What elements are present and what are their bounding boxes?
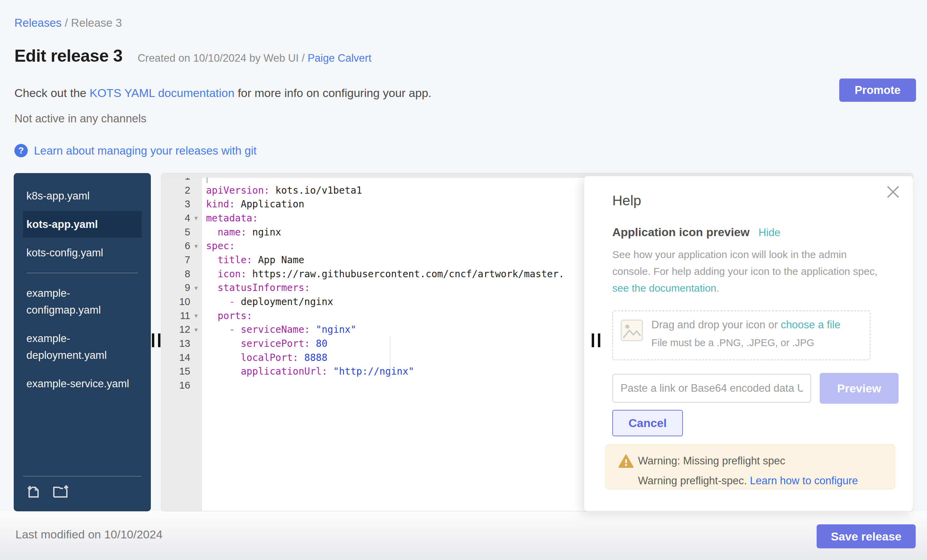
line-number: 15: [161, 366, 190, 377]
fold-arrow-icon[interactable]: ▾: [190, 311, 202, 320]
icon-dropzone[interactable]: Drag and drop your icon or choose a file…: [612, 311, 871, 360]
add-file-button[interactable]: [26, 483, 42, 499]
image-placeholder-icon: [620, 319, 643, 343]
warning-title: Warning: Missing preflight spec: [638, 455, 786, 467]
configure-link[interactable]: Learn how to configure: [750, 475, 858, 487]
file-item-example-configmap.yaml[interactable]: example-configmap.yaml: [23, 280, 141, 323]
line-number: 4: [161, 212, 190, 224]
line-number: 8: [161, 269, 190, 280]
see-docs-link[interactable]: see the documentation: [612, 282, 716, 294]
editor-cursor: [207, 178, 207, 183]
fold-arrow-icon[interactable]: ▾: [190, 214, 202, 222]
icon-preview-section-title: Application icon preview: [612, 226, 750, 239]
page-title: Edit release 3: [14, 46, 122, 66]
breadcrumb: Releases / Release 3: [14, 17, 122, 29]
resize-handle-left[interactable]: [152, 334, 160, 347]
line-number: 9: [161, 282, 190, 293]
footer-bar: Last modified on 10/10/2024 Save release: [0, 511, 927, 560]
warning-icon: [618, 454, 634, 470]
last-modified: Last modified on 10/10/2024: [15, 528, 163, 541]
question-circle-icon: ?: [14, 144, 28, 157]
file-type-hint: File must be a .PNG, .JPEG, or .JPG: [651, 337, 814, 349]
breadcrumb-separator: /: [62, 17, 71, 29]
file-item-example-deployment.yaml[interactable]: example-deployment.yaml: [23, 325, 141, 369]
line-number: 2: [161, 185, 190, 196]
warning-text: Warning preflight-spec. Learn how to con…: [638, 475, 858, 487]
git-help-link[interactable]: Learn about managing your releases with …: [34, 144, 257, 157]
created-by-link[interactable]: Paige Calvert: [307, 52, 371, 64]
line-number: 6: [161, 240, 190, 252]
line-number: 5: [161, 226, 190, 238]
line-number: 12: [161, 324, 190, 335]
file-sidebar: k8s-app.yamlkots-app.yamlkots-config.yam…: [14, 173, 151, 511]
kots-docs-link[interactable]: KOTS YAML documentation: [90, 87, 234, 99]
docs-info: Check out the KOTS YAML documentation fo…: [14, 87, 432, 100]
indent-guide: [390, 337, 391, 379]
line-number: 10: [161, 296, 190, 307]
breadcrumb-current: Release 3: [71, 17, 122, 29]
line-number: 3: [161, 199, 190, 210]
breadcrumb-link-releases[interactable]: Releases: [14, 17, 62, 29]
icon-url-input[interactable]: [612, 374, 811, 403]
help-panel: Help Application icon preview Hide See h…: [584, 176, 913, 511]
preview-button[interactable]: Preview: [820, 373, 898, 404]
line-number: 13: [161, 338, 190, 349]
sidebar-divider: [26, 273, 138, 273]
resize-handle-right[interactable]: [592, 334, 600, 347]
fold-arrow-icon[interactable]: ▾: [190, 284, 202, 292]
hide-link[interactable]: Hide: [759, 226, 781, 239]
line-number: 16: [161, 380, 190, 391]
file-item-k8s-app.yaml[interactable]: k8s-app.yaml: [23, 183, 141, 209]
edit-release-page: Releases / Release 3 Edit release 3 Crea…: [0, 0, 927, 560]
created-info: Created on 10/10/2024 by Web UI / Paige …: [137, 52, 371, 64]
line-number: 14: [161, 352, 190, 363]
line-number: 11: [161, 310, 190, 322]
help-title: Help: [612, 193, 641, 209]
add-file-icon: [26, 483, 42, 499]
add-folder-button[interactable]: [52, 483, 68, 499]
promote-button[interactable]: Promote: [839, 79, 916, 102]
fold-arrow-icon[interactable]: ▾: [190, 326, 202, 334]
choose-file-link[interactable]: choose a file: [781, 319, 840, 331]
help-description: See how your application icon will look …: [612, 246, 878, 296]
save-release-button[interactable]: Save release: [817, 524, 916, 548]
channel-status: Not active in any channels: [14, 112, 146, 125]
sidebar-actions: [23, 476, 141, 504]
file-list: k8s-app.yamlkots-app.yamlkots-config.yam…: [23, 183, 141, 397]
file-item-kots-config.yaml[interactable]: kots-config.yaml: [23, 240, 141, 266]
file-item-example-service.yaml[interactable]: example-service.yaml: [23, 370, 141, 397]
cancel-button[interactable]: Cancel: [612, 410, 683, 436]
git-help-row: ? Learn about managing your releases wit…: [14, 144, 257, 157]
warning-banner: Warning: Missing preflight spec Warning …: [605, 444, 895, 489]
dropzone-text: Drag and drop your icon or choose a file: [651, 319, 840, 331]
fold-arrow-icon[interactable]: ▾: [190, 242, 202, 250]
add-folder-icon: [52, 483, 70, 499]
close-icon: [886, 184, 901, 199]
line-number: 7: [161, 254, 190, 266]
file-item-kots-app.yaml[interactable]: kots-app.yaml: [23, 211, 141, 238]
close-button[interactable]: [886, 184, 901, 199]
